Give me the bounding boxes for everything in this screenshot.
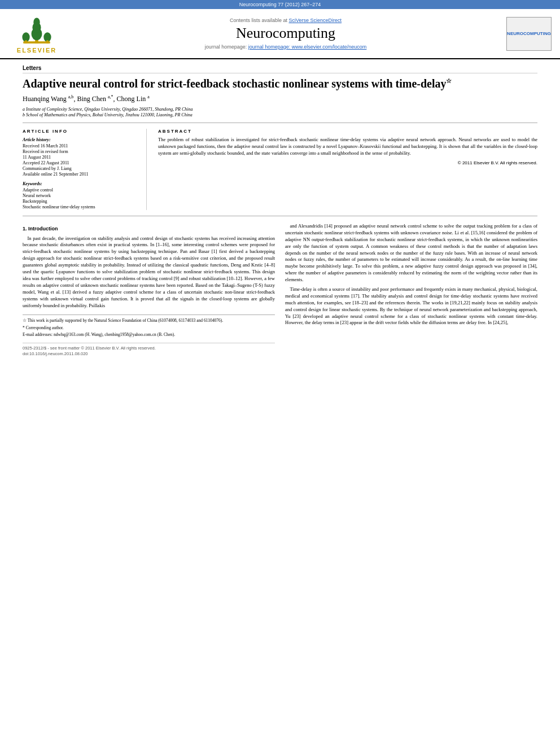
sciverse-line: Contents lists available at SciVerse Sci… [73, 18, 498, 23]
journal-header: ELSEVIER Contents lists available at Sci… [0, 9, 560, 59]
journal-homepage: journal homepage: journal homepage: www.… [73, 44, 498, 50]
keywords-label: Keywords: [23, 181, 138, 186]
footnote-email: E-mail addresses: ndwhq@163.com (H. Wang… [23, 332, 275, 338]
footnote-star: ☆ This work is partially supported by th… [23, 318, 275, 324]
received-revised2: 11 August 2011 [23, 155, 138, 160]
title-star: ☆ [446, 77, 452, 84]
authors: Huanqing Wang a,b, Bing Chen a,*, Chong … [23, 94, 537, 103]
svg-point-3 [33, 18, 40, 27]
logo-left: ELSEVIER [6, 14, 68, 54]
received-date: Received 16 March 2011 [23, 143, 138, 148]
right-column: and Alexandridis [14] proposed an adapti… [285, 223, 537, 357]
elsevier-label: ELSEVIER [17, 47, 56, 54]
intro-heading: 1. Introduction [23, 225, 275, 233]
keyword-4: Stochastic nonlinear time-delay systems [23, 204, 138, 209]
article-title: Adaptive neural control for strict-feedb… [23, 77, 537, 91]
received-revised: Received in revised form [23, 149, 138, 154]
communicated: Communicated by J. Liang [23, 166, 138, 171]
affiliations: a Institute of Complexity Science, Qingd… [23, 107, 537, 123]
affiliation-b: b School of Mathematics and Physics, Boh… [23, 112, 537, 117]
intro-para1: In past decade, the investigation on sta… [23, 235, 275, 309]
logo-right: NEUROCOMPUTING [504, 17, 554, 51]
journal-title: Neurocomputing [73, 25, 498, 42]
keyword-2: Neural network [23, 193, 138, 198]
accepted-date: Accepted 22 August 2011 [23, 160, 138, 165]
section-label: Letters [23, 65, 537, 73]
nc-logo-text: NEUROCOMPUTING [507, 31, 551, 36]
top-bar: Neurocomputing 77 (2012) 267–274 [0, 0, 560, 9]
footnotes: ☆ This work is partially supported by th… [23, 314, 275, 338]
main-content: 1. Introduction In past decade, the inve… [23, 223, 537, 357]
keyword-3: Backstepping [23, 199, 138, 204]
abstract-heading: ABSTRACT [158, 129, 537, 134]
info-abstract-section: ARTICLE INFO Article history: Received 1… [23, 129, 537, 216]
doi-line: doi:10.1016/j.neucom.2011.08.020 [23, 351, 275, 357]
sciverse-link[interactable]: SciVerse ScienceDirect [289, 18, 342, 23]
journal-center: Contents lists available at SciVerse Sci… [73, 18, 498, 50]
affiliation-a: a Institute of Complexity Science, Qingd… [23, 107, 537, 112]
svg-rect-8 [23, 41, 50, 43]
copyright: © 2011 Elsevier B.V. All rights reserved… [158, 160, 537, 165]
article-body: Letters Adaptive neural control for stri… [0, 59, 560, 363]
keywords-list: Adaptive control Neural network Backstep… [23, 187, 138, 209]
intro-para2: and Alexandridis [14] proposed an adapti… [285, 223, 537, 283]
nc-logo-box: NEUROCOMPUTING [506, 17, 552, 51]
elsevier-logo: ELSEVIER [17, 14, 56, 54]
intro-para3: Time-delay is often a source of instabil… [285, 286, 537, 326]
bottom-bar: 0925-2312/$ - see front matter © 2011 El… [23, 343, 275, 357]
left-column: 1. Introduction In past decade, the inve… [23, 223, 275, 357]
article-info: ARTICLE INFO Article history: Received 1… [23, 129, 147, 210]
article-history-label: Article history: [23, 137, 138, 142]
abstract-section: ABSTRACT The problem of robust stabiliza… [158, 129, 537, 210]
issn-line: 0925-2312/$ - see front matter © 2011 El… [23, 346, 275, 352]
abstract-text: The problem of robust stabilization is i… [158, 137, 537, 157]
footnote-corresponding: * Corresponding author. [23, 325, 275, 331]
journal-citation: Neurocomputing 77 (2012) 267–274 [239, 2, 321, 7]
homepage-url[interactable]: journal homepage: www.elsevier.com/locat… [248, 44, 367, 50]
article-info-heading: ARTICLE INFO [23, 129, 138, 134]
available-online: Available online 21 September 2011 [23, 172, 138, 177]
keyword-1: Adaptive control [23, 187, 138, 193]
elsevier-tree-icon [20, 14, 54, 45]
